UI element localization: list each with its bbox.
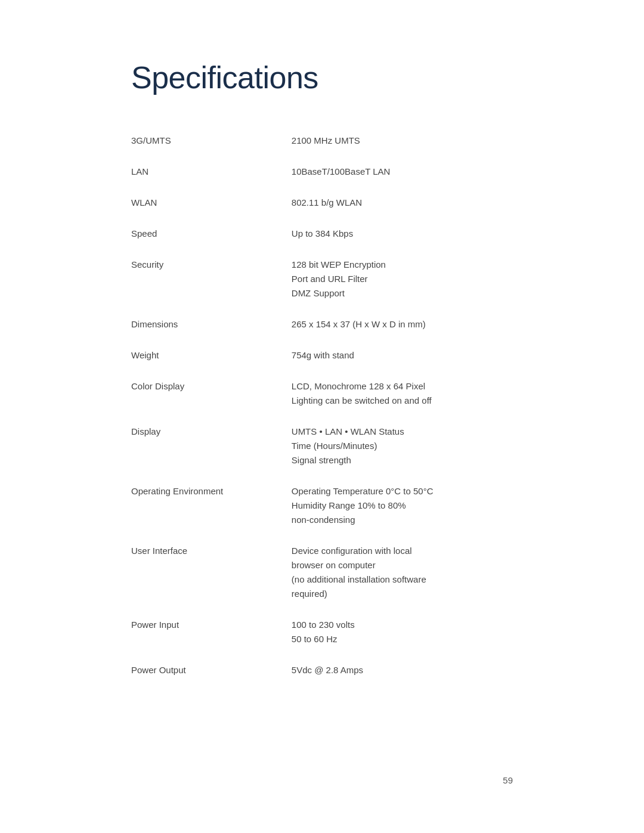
table-row: DisplayUMTS • LAN • WLAN StatusTime (Hou… <box>131 416 513 476</box>
spec-value: Operating Temperature 0°C to 50°CHumidit… <box>292 476 513 535</box>
table-row: WLAN802.11 b/g WLAN <box>131 187 513 218</box>
page-title: Specifications <box>131 60 513 95</box>
spec-label: 3G/UMTS <box>131 125 292 156</box>
spec-label: Power Input <box>131 609 292 655</box>
page-container: Specifications 3G/UMTS2100 MHz UMTSLAN10… <box>0 0 644 733</box>
spec-value: 10BaseT/100BaseT LAN <box>292 156 513 187</box>
spec-value: 5Vdc @ 2.8 Amps <box>292 655 513 686</box>
table-row: Operating EnvironmentOperating Temperatu… <box>131 476 513 535</box>
spec-value: 802.11 b/g WLAN <box>292 187 513 218</box>
spec-label: Power Output <box>131 655 292 686</box>
spec-label: Speed <box>131 218 292 249</box>
spec-value: 2100 MHz UMTS <box>292 125 513 156</box>
table-row: 3G/UMTS2100 MHz UMTS <box>131 125 513 156</box>
table-row: User InterfaceDevice configuration with … <box>131 535 513 609</box>
spec-value: Device configuration with localbrowser o… <box>292 535 513 609</box>
spec-label: WLAN <box>131 187 292 218</box>
spec-value: UMTS • LAN • WLAN StatusTime (Hours/Minu… <box>292 416 513 476</box>
spec-value: 100 to 230 volts50 to 60 Hz <box>292 609 513 655</box>
spec-label: Dimensions <box>131 309 292 340</box>
table-row: Dimensions265 x 154 x 37 (H x W x D in m… <box>131 309 513 340</box>
table-row: Weight754g with stand <box>131 340 513 371</box>
table-row: Power Output5Vdc @ 2.8 Amps <box>131 655 513 686</box>
spec-label: Weight <box>131 340 292 371</box>
spec-value: Up to 384 Kbps <box>292 218 513 249</box>
spec-value: 128 bit WEP EncryptionPort and URL Filte… <box>292 249 513 309</box>
spec-label: Display <box>131 416 292 476</box>
spec-value: 265 x 154 x 37 (H x W x D in mm) <box>292 309 513 340</box>
specs-table: 3G/UMTS2100 MHz UMTSLAN10BaseT/100BaseT … <box>131 125 513 686</box>
spec-value: LCD, Monochrome 128 x 64 PixelLighting c… <box>292 371 513 416</box>
table-row: Power Input100 to 230 volts50 to 60 Hz <box>131 609 513 655</box>
spec-label: LAN <box>131 156 292 187</box>
spec-label: Color Display <box>131 371 292 416</box>
spec-label: Security <box>131 249 292 309</box>
table-row: Color DisplayLCD, Monochrome 128 x 64 Pi… <box>131 371 513 416</box>
spec-label: User Interface <box>131 535 292 609</box>
table-row: LAN10BaseT/100BaseT LAN <box>131 156 513 187</box>
spec-value: 754g with stand <box>292 340 513 371</box>
table-row: Security128 bit WEP EncryptionPort and U… <box>131 249 513 309</box>
table-row: SpeedUp to 384 Kbps <box>131 218 513 249</box>
spec-label: Operating Environment <box>131 476 292 535</box>
page-number: 59 <box>503 775 513 785</box>
